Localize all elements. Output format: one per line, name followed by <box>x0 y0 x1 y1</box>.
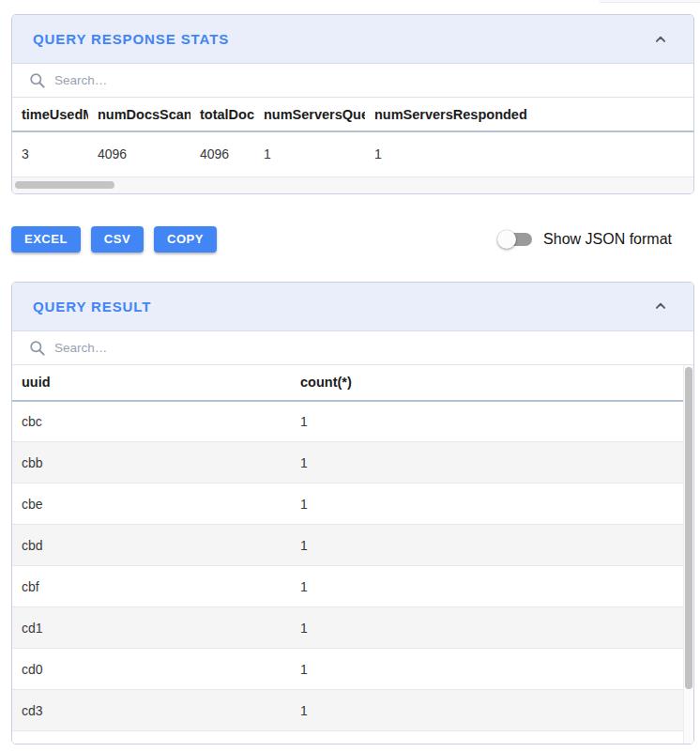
stats-search-bar <box>12 64 693 98</box>
table-row: 34096409611 <box>12 131 693 176</box>
table-cell: cd1 <box>12 607 291 649</box>
table-cell: 1 <box>291 690 693 731</box>
result-search-bar <box>12 331 693 365</box>
table-cell: 4096 <box>88 131 190 176</box>
table-row: cbe1 <box>12 483 693 525</box>
column-header: uuid <box>12 365 291 401</box>
stats-table-body: 34096409611 <box>12 131 693 176</box>
chevron-up-icon[interactable] <box>652 298 673 315</box>
toggle-switch-off[interactable] <box>497 230 533 249</box>
result-panel-title: QUERY RESULT <box>33 299 652 315</box>
result-panel-header[interactable]: QUERY RESULT <box>12 283 693 331</box>
table-cell: cbc <box>12 401 291 442</box>
table-cell: cd3 <box>12 690 291 731</box>
table-cell: cbe <box>12 483 291 525</box>
table-row: cd31 <box>12 690 693 731</box>
vertical-scrollbar[interactable] <box>683 365 693 744</box>
table-cell: 1 <box>254 131 365 176</box>
table-cell: 1 <box>291 483 693 525</box>
table-cell: cbd <box>12 525 291 566</box>
top-right-partial-element <box>599 0 700 3</box>
table-cell: cbb <box>12 442 291 483</box>
column-header: numDocsScanned <box>88 98 190 131</box>
stats-panel-title: QUERY RESPONSE STATS <box>33 31 652 47</box>
stats-panel-header[interactable]: QUERY RESPONSE STATS <box>12 15 693 64</box>
table-cell: 1 <box>291 442 693 483</box>
table-row: cbb1 <box>12 442 693 483</box>
horizontal-scrollbar-thumb[interactable] <box>15 181 114 189</box>
table-cell: 1 <box>291 525 693 566</box>
column-header: numServersQueried <box>254 98 365 131</box>
table-cell: cbf <box>12 566 291 607</box>
results-toolbar: EXCEL CSV COPY Show JSON format <box>11 226 694 253</box>
excel-button[interactable]: EXCEL <box>11 226 81 253</box>
column-header: numServersResponded <box>365 98 693 131</box>
result-table-header-row: uuidcount(*) <box>12 365 693 401</box>
result-table-body: cbc1cbb1cbe1cbd1cbf1cd11cd01cd31 <box>12 401 693 731</box>
stats-table-header-row: timeUsedMsnumDocsScannedtotalDocsnumServ… <box>12 98 693 131</box>
search-icon <box>28 339 46 357</box>
table-cell: 1 <box>365 131 693 176</box>
copy-button[interactable]: COPY <box>154 226 217 253</box>
column-header: totalDocs <box>190 98 254 131</box>
query-console-results: QUERY RESPONSE STATS timeUsedMsnumDocsSc… <box>11 14 694 744</box>
stats-table: timeUsedMsnumDocsScannedtotalDocsnumServ… <box>12 98 693 177</box>
vertical-scrollbar-thumb[interactable] <box>685 367 692 689</box>
table-cell: 3 <box>12 131 88 176</box>
result-table-area: uuidcount(*) cbc1cbb1cbe1cbd1cbf1cd11cd0… <box>12 365 693 744</box>
table-row: cbc1 <box>12 401 693 442</box>
toggle-label: Show JSON format <box>543 231 672 248</box>
chevron-up-icon[interactable] <box>652 31 673 48</box>
csv-button[interactable]: CSV <box>91 226 144 253</box>
column-header: timeUsedMs <box>12 98 88 131</box>
result-table: uuidcount(*) cbc1cbb1cbe1cbd1cbf1cd11cd0… <box>12 365 693 732</box>
table-cell: cd0 <box>12 649 291 690</box>
show-json-toggle[interactable]: Show JSON format <box>497 230 672 249</box>
column-header: count(*) <box>291 365 693 401</box>
result-search-input[interactable] <box>54 341 524 355</box>
table-row: cd11 <box>12 607 693 649</box>
query-response-stats-panel: QUERY RESPONSE STATS timeUsedMsnumDocsSc… <box>11 14 694 194</box>
horizontal-scrollbar[interactable] <box>12 177 693 193</box>
table-row: cbf1 <box>12 566 693 607</box>
query-result-panel: QUERY RESULT uuidcount(*) cbc1cbb1cbe1cb… <box>11 282 694 744</box>
table-cell: 1 <box>291 566 693 607</box>
table-row: cd01 <box>12 649 693 690</box>
search-icon <box>28 71 46 89</box>
table-row: cbd1 <box>12 525 693 566</box>
table-cell: 1 <box>291 607 693 649</box>
table-cell: 1 <box>291 649 693 690</box>
toggle-thumb[interactable] <box>497 230 516 249</box>
table-cell: 4096 <box>190 131 254 176</box>
table-cell: 1 <box>291 401 693 442</box>
stats-search-input[interactable] <box>54 73 524 87</box>
